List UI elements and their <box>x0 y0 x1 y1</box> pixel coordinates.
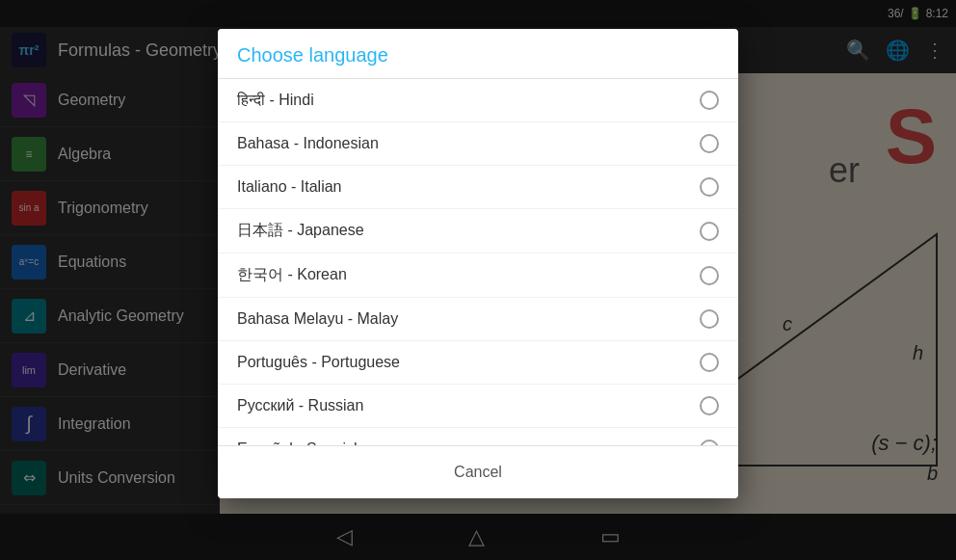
indonesian-label: Bahasa - Indonesian <box>237 135 379 152</box>
korean-radio[interactable] <box>700 266 719 285</box>
dialog-title: Choose language <box>218 29 738 79</box>
language-item-russian[interactable]: Русский - Russian <box>218 385 738 428</box>
russian-radio[interactable] <box>700 396 719 415</box>
language-item-portuguese[interactable]: Português - Portuguese <box>218 341 738 385</box>
portuguese-radio[interactable] <box>700 353 719 372</box>
language-item-malay[interactable]: Bahasa Melayu - Malay <box>218 298 738 341</box>
cancel-button[interactable]: Cancel <box>423 454 533 491</box>
language-dialog: Choose language हिन्दी - Hindi Bahasa - … <box>218 29 738 498</box>
spanish-radio[interactable] <box>700 440 719 445</box>
portuguese-label: Português - Portuguese <box>237 354 400 371</box>
malay-label: Bahasa Melayu - Malay <box>237 310 398 328</box>
malay-radio[interactable] <box>700 309 719 329</box>
japanese-radio[interactable] <box>700 222 719 241</box>
language-item-spanish[interactable]: Español - Spanish <box>218 428 738 445</box>
japanese-label: 日本語 - Japanese <box>237 221 364 241</box>
russian-label: Русский - Russian <box>237 397 363 414</box>
spanish-label: Español - Spanish <box>237 440 362 445</box>
dialog-overlay: Choose language हिन्दी - Hindi Bahasa - … <box>0 0 956 560</box>
korean-label: 한국어 - Korean <box>237 265 347 285</box>
hindi-label: हिन्दी - Hindi <box>237 92 314 109</box>
language-item-japanese[interactable]: 日本語 - Japanese <box>218 209 738 253</box>
italian-label: Italiano - Italian <box>237 178 342 196</box>
indonesian-radio[interactable] <box>700 134 719 153</box>
hindi-radio[interactable] <box>700 91 719 110</box>
language-item-italian[interactable]: Italiano - Italian <box>218 166 738 209</box>
italian-radio[interactable] <box>700 177 719 197</box>
language-item-korean[interactable]: 한국어 - Korean <box>218 253 738 298</box>
language-item-indonesian[interactable]: Bahasa - Indonesian <box>218 122 738 166</box>
language-list: हिन्दी - Hindi Bahasa - Indonesian Itali… <box>218 79 738 445</box>
language-item-hindi[interactable]: हिन्दी - Hindi <box>218 79 738 122</box>
dialog-actions: Cancel <box>218 445 738 498</box>
